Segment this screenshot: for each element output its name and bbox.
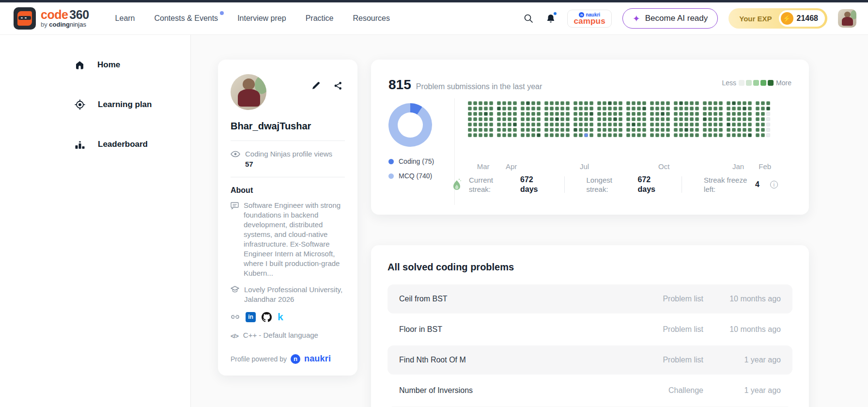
- heatmap-day-cell[interactable]: [589, 123, 593, 126]
- heatmap-day-cell[interactable]: [544, 101, 548, 105]
- heatmap-day-cell[interactable]: [584, 133, 588, 137]
- heatmap-day-cell[interactable]: [684, 101, 688, 105]
- heatmap-day-cell[interactable]: [674, 133, 678, 137]
- heatmap-day-cell[interactable]: [737, 117, 741, 121]
- search-icon[interactable]: [523, 13, 534, 24]
- info-icon[interactable]: i: [770, 181, 778, 188]
- heatmap-day-cell[interactable]: [655, 117, 659, 121]
- heatmap-day-cell[interactable]: [468, 128, 472, 132]
- heatmap-day-cell[interactable]: [526, 133, 530, 137]
- heatmap-day-cell[interactable]: [589, 128, 593, 132]
- heatmap-day-cell[interactable]: [703, 133, 707, 137]
- heatmap-day-cell[interactable]: [497, 128, 501, 132]
- heatmap-day-cell[interactable]: [708, 128, 712, 132]
- heatmap-day-cell[interactable]: [508, 112, 512, 116]
- heatmap-day-cell[interactable]: [642, 107, 646, 110]
- heatmap-day-cell[interactable]: [684, 107, 688, 110]
- heatmap-day-cell[interactable]: [497, 123, 501, 126]
- nav-item-resources[interactable]: Resources: [353, 14, 389, 23]
- heatmap-day-cell[interactable]: [619, 133, 622, 137]
- heatmap-day-cell[interactable]: [537, 128, 541, 132]
- heatmap-day-cell[interactable]: [589, 133, 593, 137]
- heatmap-day-cell[interactable]: [732, 133, 736, 137]
- heatmap-day-cell[interactable]: [737, 101, 741, 105]
- heatmap-day-cell[interactable]: [637, 107, 641, 110]
- heatmap-day-cell[interactable]: [544, 107, 548, 110]
- heatmap-day-cell[interactable]: [489, 133, 493, 137]
- heatmap-day-cell[interactable]: [555, 107, 559, 110]
- heatmap-day-cell[interactable]: [650, 117, 654, 121]
- code360-logo[interactable]: code360 by codingninjas: [14, 7, 89, 30]
- heatmap-day-cell[interactable]: [684, 123, 688, 126]
- heatmap-day-cell[interactable]: [603, 112, 606, 116]
- heatmap-day-cell[interactable]: [531, 133, 535, 137]
- heatmap-day-cell[interactable]: [684, 112, 688, 116]
- heatmap-day-cell[interactable]: [489, 107, 493, 110]
- heatmap-day-cell[interactable]: [502, 133, 506, 137]
- heatmap-day-cell[interactable]: [597, 123, 601, 126]
- heatmap-day-cell[interactable]: [544, 123, 548, 126]
- heatmap-day-cell[interactable]: [537, 117, 541, 121]
- heatmap-day-cell[interactable]: [497, 117, 501, 121]
- heatmap-day-cell[interactable]: [679, 112, 683, 116]
- heatmap-day-cell[interactable]: [560, 107, 564, 110]
- heatmap-day-cell[interactable]: [637, 117, 641, 121]
- heatmap-day-cell[interactable]: [666, 101, 670, 105]
- heatmap-day-cell[interactable]: [708, 107, 712, 110]
- heatmap-day-cell[interactable]: [531, 123, 535, 126]
- heatmap-day-cell[interactable]: [566, 128, 570, 132]
- heatmap-day-cell[interactable]: [513, 101, 517, 105]
- heatmap-day-cell[interactable]: [748, 112, 752, 116]
- heatmap-day-cell[interactable]: [479, 123, 482, 126]
- heatmap-day-cell[interactable]: [626, 101, 630, 105]
- heatmap-day-cell[interactable]: [719, 107, 723, 110]
- heatmap-day-cell[interactable]: [603, 133, 606, 137]
- heatmap-day-cell[interactable]: [574, 117, 577, 121]
- heatmap-day-cell[interactable]: [489, 123, 493, 126]
- heatmap-day-cell[interactable]: [468, 123, 472, 126]
- heatmap-day-cell[interactable]: [608, 128, 612, 132]
- notifications-bell-icon[interactable]: [545, 13, 557, 24]
- heatmap-day-cell[interactable]: [626, 112, 630, 116]
- heatmap-day-cell[interactable]: [748, 101, 752, 105]
- heatmap-day-cell[interactable]: [526, 101, 530, 105]
- heatmap-day-cell[interactable]: [550, 101, 554, 105]
- heatmap-day-cell[interactable]: [703, 117, 707, 121]
- heatmap-day-cell[interactable]: [584, 128, 588, 132]
- heatmap-day-cell[interactable]: [560, 128, 564, 132]
- heatmap-day-cell[interactable]: [743, 107, 746, 110]
- heatmap-day-cell[interactable]: [566, 107, 570, 110]
- heatmap-day-cell[interactable]: [674, 107, 678, 110]
- heatmap-day-cell[interactable]: [597, 107, 601, 110]
- heatmap-day-cell[interactable]: [732, 101, 736, 105]
- linkedin-icon[interactable]: in: [246, 312, 256, 322]
- heatmap-day-cell[interactable]: [743, 123, 746, 126]
- heatmap-day-cell[interactable]: [727, 128, 730, 132]
- heatmap-day-cell[interactable]: [550, 123, 554, 126]
- heatmap-day-cell[interactable]: [748, 107, 752, 110]
- heatmap-day-cell[interactable]: [537, 112, 541, 116]
- heatmap-day-cell[interactable]: [674, 101, 678, 105]
- heatmap-day-cell[interactable]: [619, 123, 622, 126]
- heatmap-day-cell[interactable]: [526, 117, 530, 121]
- heatmap-day-cell[interactable]: [703, 101, 707, 105]
- heatmap-day-cell[interactable]: [674, 117, 678, 121]
- heatmap-day-cell[interactable]: [690, 123, 694, 126]
- heatmap-day-cell[interactable]: [727, 112, 730, 116]
- heatmap-day-cell[interactable]: [566, 133, 570, 137]
- heatmap-day-cell[interactable]: [655, 128, 659, 132]
- heatmap-day-cell[interactable]: [579, 117, 583, 121]
- heatmap-day-cell[interactable]: [703, 107, 707, 110]
- heatmap-day-cell[interactable]: [531, 128, 535, 132]
- heatmap-day-cell[interactable]: [761, 107, 765, 110]
- heatmap-day-cell[interactable]: [468, 101, 472, 105]
- heatmap-day-cell[interactable]: [737, 128, 741, 132]
- user-avatar[interactable]: [838, 9, 856, 28]
- heatmap-day-cell[interactable]: [508, 101, 512, 105]
- heatmap-day-cell[interactable]: [497, 112, 501, 116]
- become-ai-ready-button[interactable]: ✦ Become AI ready: [622, 8, 718, 29]
- heatmap-day-cell[interactable]: [690, 128, 694, 132]
- heatmap-day-cell[interactable]: [679, 128, 683, 132]
- heatmap-day-cell[interactable]: [508, 107, 512, 110]
- heatmap-day-cell[interactable]: [579, 101, 583, 105]
